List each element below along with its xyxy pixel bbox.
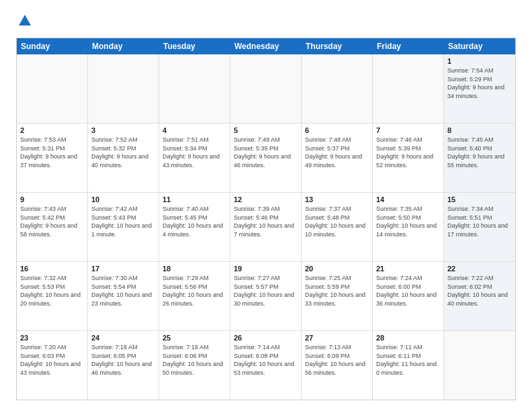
day-info: Sunrise: 7:27 AM Sunset: 5:57 PM Dayligh…: [234, 274, 298, 308]
calendar-cell: 13Sunrise: 7:37 AM Sunset: 5:48 PM Dayli…: [302, 193, 373, 261]
day-info: Sunrise: 7:24 AM Sunset: 6:00 PM Dayligh…: [376, 274, 440, 308]
day-number: 3: [91, 126, 155, 134]
day-number: 24: [91, 334, 155, 342]
calendar-cell: 22Sunrise: 7:22 AM Sunset: 6:02 PM Dayli…: [444, 262, 515, 330]
day-number: 8: [447, 126, 512, 134]
day-number: 2: [20, 126, 84, 134]
day-number: 27: [305, 334, 369, 342]
day-info: Sunrise: 7:16 AM Sunset: 6:06 PM Dayligh…: [163, 343, 226, 377]
calendar-cell: 3Sunrise: 7:52 AM Sunset: 5:32 PM Daylig…: [88, 124, 159, 192]
day-info: Sunrise: 7:54 AM Sunset: 5:29 PM Dayligh…: [447, 66, 512, 100]
calendar-cell: 17Sunrise: 7:30 AM Sunset: 5:54 PM Dayli…: [88, 262, 159, 330]
day-number: 6: [305, 126, 369, 134]
calendar-header: SundayMondayTuesdayWednesdayThursdayFrid…: [17, 38, 515, 54]
calendar-cell: 11Sunrise: 7:40 AM Sunset: 5:45 PM Dayli…: [159, 193, 230, 261]
header: [16, 13, 516, 31]
calendar-cell: 10Sunrise: 7:42 AM Sunset: 5:43 PM Dayli…: [88, 193, 159, 261]
calendar-cell: 26Sunrise: 7:14 AM Sunset: 6:08 PM Dayli…: [230, 331, 302, 400]
day-number: 26: [234, 334, 298, 342]
day-info: Sunrise: 7:48 AM Sunset: 5:37 PM Dayligh…: [305, 136, 369, 169]
col-header-monday: Monday: [88, 38, 159, 54]
calendar-row-3: 16Sunrise: 7:32 AM Sunset: 5:53 PM Dayli…: [17, 262, 515, 331]
calendar-cell: 12Sunrise: 7:39 AM Sunset: 5:46 PM Dayli…: [230, 193, 302, 261]
day-info: Sunrise: 7:37 AM Sunset: 5:48 PM Dayligh…: [305, 205, 369, 238]
logo-triangle-icon: [17, 13, 32, 28]
calendar-cell: 28Sunrise: 7:11 AM Sunset: 6:11 PM Dayli…: [373, 331, 444, 400]
calendar-cell: 25Sunrise: 7:16 AM Sunset: 6:06 PM Dayli…: [159, 331, 230, 400]
day-info: Sunrise: 7:39 AM Sunset: 5:46 PM Dayligh…: [234, 205, 298, 238]
calendar-cell: 4Sunrise: 7:51 AM Sunset: 5:34 PM Daylig…: [159, 124, 230, 192]
calendar-cell: 21Sunrise: 7:24 AM Sunset: 6:00 PM Dayli…: [373, 262, 444, 330]
day-info: Sunrise: 7:49 AM Sunset: 5:35 PM Dayligh…: [234, 136, 298, 169]
col-header-tuesday: Tuesday: [159, 38, 230, 54]
calendar-cell: 6Sunrise: 7:48 AM Sunset: 5:37 PM Daylig…: [302, 124, 373, 192]
day-number: 18: [163, 265, 226, 273]
day-number: 16: [20, 265, 84, 273]
calendar: SundayMondayTuesdayWednesdayThursdayFrid…: [16, 38, 516, 400]
col-header-saturday: Saturday: [444, 38, 515, 54]
day-info: Sunrise: 7:45 AM Sunset: 5:40 PM Dayligh…: [447, 136, 512, 169]
calendar-row-0: 1Sunrise: 7:54 AM Sunset: 5:29 PM Daylig…: [17, 54, 515, 124]
calendar-cell: 23Sunrise: 7:20 AM Sunset: 6:03 PM Dayli…: [17, 331, 88, 400]
calendar-cell: 8Sunrise: 7:45 AM Sunset: 5:40 PM Daylig…: [444, 124, 515, 192]
day-info: Sunrise: 7:22 AM Sunset: 6:02 PM Dayligh…: [447, 274, 512, 308]
day-number: 12: [234, 195, 298, 203]
day-number: 14: [376, 195, 440, 203]
day-info: Sunrise: 7:52 AM Sunset: 5:32 PM Dayligh…: [91, 136, 155, 169]
calendar-cell: 7Sunrise: 7:46 AM Sunset: 5:39 PM Daylig…: [373, 124, 444, 192]
calendar-cell: 16Sunrise: 7:32 AM Sunset: 5:53 PM Dayli…: [17, 262, 88, 330]
calendar-cell: 15Sunrise: 7:34 AM Sunset: 5:51 PM Dayli…: [444, 193, 515, 261]
day-info: Sunrise: 7:35 AM Sunset: 5:50 PM Dayligh…: [376, 205, 440, 238]
day-info: Sunrise: 7:46 AM Sunset: 5:39 PM Dayligh…: [376, 136, 440, 169]
day-info: Sunrise: 7:18 AM Sunset: 6:05 PM Dayligh…: [91, 343, 155, 377]
col-header-friday: Friday: [373, 38, 444, 54]
calendar-cell: 27Sunrise: 7:13 AM Sunset: 6:09 PM Dayli…: [302, 331, 373, 400]
day-info: Sunrise: 7:34 AM Sunset: 5:51 PM Dayligh…: [447, 205, 512, 238]
day-info: Sunrise: 7:20 AM Sunset: 6:03 PM Dayligh…: [20, 343, 84, 377]
calendar-row-4: 23Sunrise: 7:20 AM Sunset: 6:03 PM Dayli…: [17, 331, 515, 400]
day-number: 23: [20, 334, 84, 342]
day-number: 25: [163, 334, 226, 342]
calendar-row-2: 9Sunrise: 7:43 AM Sunset: 5:42 PM Daylig…: [17, 193, 515, 262]
day-info: Sunrise: 7:30 AM Sunset: 5:54 PM Dayligh…: [91, 274, 155, 308]
day-number: 5: [234, 126, 298, 134]
day-number: 10: [91, 195, 155, 203]
day-info: Sunrise: 7:29 AM Sunset: 5:56 PM Dayligh…: [163, 274, 226, 308]
day-info: Sunrise: 7:13 AM Sunset: 6:09 PM Dayligh…: [305, 343, 369, 377]
day-number: 1: [447, 57, 512, 65]
day-number: 20: [305, 265, 369, 273]
calendar-cell: [302, 54, 373, 123]
calendar-cell: [159, 54, 230, 123]
calendar-cell: [373, 54, 444, 123]
day-number: 19: [234, 265, 298, 273]
day-info: Sunrise: 7:25 AM Sunset: 5:59 PM Dayligh…: [305, 274, 369, 308]
day-info: Sunrise: 7:11 AM Sunset: 6:11 PM Dayligh…: [376, 343, 440, 377]
calendar-cell: 20Sunrise: 7:25 AM Sunset: 5:59 PM Dayli…: [302, 262, 373, 330]
col-header-sunday: Sunday: [17, 38, 88, 54]
calendar-body: 1Sunrise: 7:54 AM Sunset: 5:29 PM Daylig…: [17, 54, 515, 400]
day-number: 13: [305, 195, 369, 203]
calendar-cell: 5Sunrise: 7:49 AM Sunset: 5:35 PM Daylig…: [230, 124, 302, 192]
day-number: 7: [376, 126, 440, 134]
day-info: Sunrise: 7:51 AM Sunset: 5:34 PM Dayligh…: [163, 136, 226, 169]
calendar-cell: 19Sunrise: 7:27 AM Sunset: 5:57 PM Dayli…: [230, 262, 302, 330]
day-info: Sunrise: 7:14 AM Sunset: 6:08 PM Dayligh…: [234, 343, 298, 377]
calendar-cell: 14Sunrise: 7:35 AM Sunset: 5:50 PM Dayli…: [373, 193, 444, 261]
calendar-row-1: 2Sunrise: 7:53 AM Sunset: 5:31 PM Daylig…: [17, 124, 515, 193]
day-info: Sunrise: 7:32 AM Sunset: 5:53 PM Dayligh…: [20, 274, 84, 308]
day-number: 9: [20, 195, 84, 203]
col-header-thursday: Thursday: [302, 38, 373, 54]
day-info: Sunrise: 7:53 AM Sunset: 5:31 PM Dayligh…: [20, 136, 84, 169]
day-number: 11: [163, 195, 226, 203]
calendar-cell: 1Sunrise: 7:54 AM Sunset: 5:29 PM Daylig…: [444, 54, 515, 123]
calendar-cell: 2Sunrise: 7:53 AM Sunset: 5:31 PM Daylig…: [17, 124, 88, 192]
day-info: Sunrise: 7:40 AM Sunset: 5:45 PM Dayligh…: [163, 205, 226, 238]
calendar-cell: 24Sunrise: 7:18 AM Sunset: 6:05 PM Dayli…: [88, 331, 159, 400]
day-number: 28: [376, 334, 440, 342]
logo: [16, 13, 32, 31]
day-number: 17: [91, 265, 155, 273]
col-header-wednesday: Wednesday: [230, 38, 302, 54]
calendar-cell: 18Sunrise: 7:29 AM Sunset: 5:56 PM Dayli…: [159, 262, 230, 330]
calendar-cell: [230, 54, 302, 123]
day-number: 4: [163, 126, 226, 134]
